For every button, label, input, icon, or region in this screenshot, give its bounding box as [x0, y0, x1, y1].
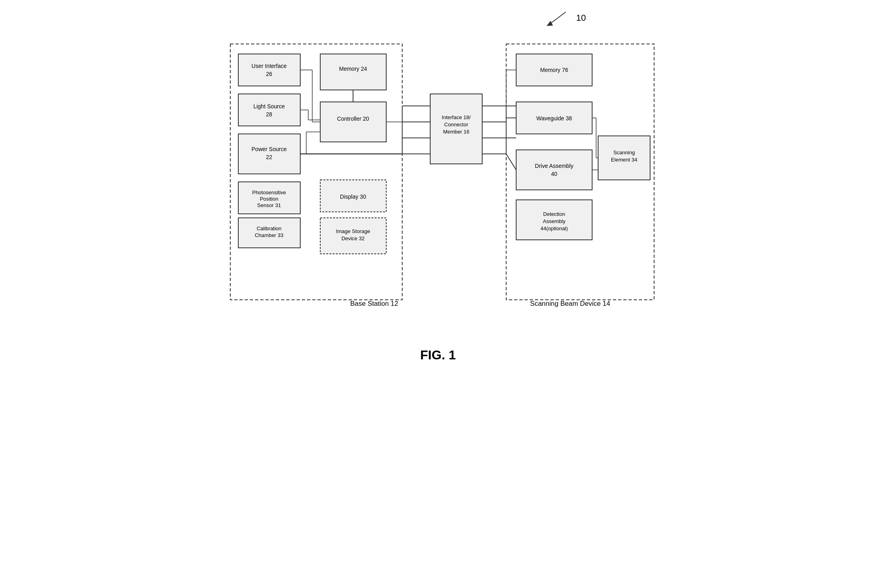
drive-assembly-text2: 40 [551, 171, 557, 177]
drive-assembly-box [516, 150, 592, 190]
memory24-text: Memory 24 [339, 66, 367, 72]
waveguide-text: Waveguide 38 [536, 115, 572, 122]
interface-text2: Connector [444, 122, 469, 128]
controller-text: Controller 20 [337, 116, 369, 122]
svg-marker-1 [547, 21, 553, 26]
page-container: 10 Base Station 12 User Interface 26 Lig… [218, 8, 658, 363]
image-storage-text1: Image Storage [336, 228, 370, 234]
svg-line-0 [550, 12, 566, 24]
scanning-element-text2: Element 34 [611, 157, 637, 163]
calibration-text1: Calibration [256, 225, 281, 231]
controller-box [320, 102, 386, 142]
reference-arrow [542, 8, 574, 28]
interface-text1: Interface 18/ [441, 114, 471, 120]
memory76-text: Memory 76 [540, 67, 568, 73]
photosensitive-text3: Sensor 31 [257, 202, 281, 208]
figure-label: FIG. 1 [218, 348, 658, 363]
photosensitive-text2: Position [259, 196, 278, 202]
base-station-label: Base Station 12 [350, 300, 398, 307]
user-interface-box [238, 54, 300, 86]
interface-text3: Member 16 [443, 129, 469, 135]
main-diagram: Base Station 12 User Interface 26 Light … [218, 32, 658, 336]
calibration-text2: Chamber 33 [255, 232, 283, 238]
drive-assembly-text1: Drive Assembly [535, 163, 573, 169]
memory24-box [320, 54, 386, 90]
detection-text3: 44(optional) [540, 225, 568, 231]
light-source-num: 28 [266, 111, 272, 118]
power-source-text: Power Source [251, 146, 287, 152]
scanning-device-label: Scanning Beam Device 14 [530, 300, 610, 307]
detection-text2: Assembly [543, 218, 565, 224]
bus-detection [506, 154, 516, 170]
scanning-element-text1: Scanning [613, 149, 635, 155]
power-source-num: 22 [266, 154, 272, 160]
light-source-text: Light Source [253, 103, 285, 110]
display-text: Display 30 [340, 193, 366, 200]
diagram-reference-label: 10 [218, 8, 658, 28]
user-interface-text: User Interface [251, 63, 287, 69]
user-interface-num: 26 [266, 71, 272, 77]
image-storage-text2: Device 32 [341, 235, 365, 241]
top-reference-number: 10 [576, 13, 586, 23]
light-source-box [238, 94, 300, 126]
detection-text1: Detection [543, 211, 565, 217]
photosensitive-text1: Photosensitive [252, 189, 286, 195]
